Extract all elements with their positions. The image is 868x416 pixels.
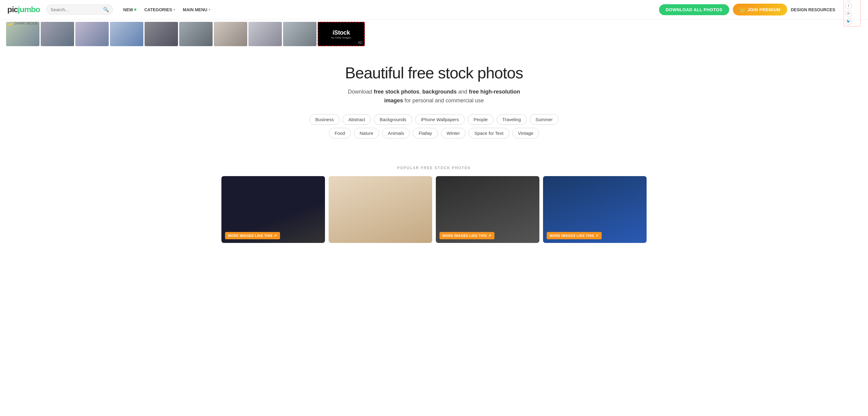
facebook-icon[interactable]: f — [845, 2, 852, 9]
tag-summer[interactable]: Summer — [530, 114, 559, 125]
hero-section: Beautiful free stock photos Download fre… — [0, 49, 868, 163]
popular-label: POPULAR FREE STOCK PHOTOS — [6, 166, 862, 170]
hero-subtitle: Download free stock photos, backgrounds … — [343, 88, 525, 105]
design-resources-link[interactable]: DESIGN RESOURCES — [791, 7, 835, 12]
nav-new[interactable]: NEW — [120, 5, 140, 14]
tag-space-for-text[interactable]: Space for Text — [469, 128, 509, 138]
thumb-7[interactable] — [214, 22, 247, 46]
tag-vintage[interactable]: Vintage — [513, 128, 539, 138]
search-input[interactable] — [51, 7, 102, 12]
hero-title: Beautiful free stock photos — [6, 64, 862, 82]
more-images-badge-3[interactable]: MORE IMAGES LIKE THIS ↗ — [439, 232, 494, 239]
nav-new-label: NEW — [123, 7, 133, 12]
twitter-icon[interactable]: 🐦 — [845, 18, 852, 25]
moon-icon: 🌙 — [7, 21, 12, 26]
photo-card-1[interactable]: MORE IMAGES LIKE THIS ↗ — [221, 176, 325, 243]
search-form: 🔍 — [46, 5, 113, 14]
tag-traveling[interactable]: Traveling — [497, 114, 527, 125]
search-button[interactable]: 🔍 — [102, 7, 110, 12]
header: picjumbo 🔍 NEW CATEGORIES ▾ MAIN MENU ▾ … — [0, 0, 868, 20]
external-link-icon-1: ↗ — [274, 233, 277, 238]
logo-pic: pic — [7, 5, 18, 14]
join-premium-button[interactable]: 👑 JOIN PREMIUM — [733, 4, 787, 15]
istock-ad[interactable]: iStock by Getty Images AD — [318, 22, 365, 46]
nav-main-menu-label: MAIN MENU — [183, 7, 208, 12]
external-link-icon-3: ↗ — [488, 233, 491, 238]
istock-sub: by Getty Images — [331, 36, 351, 39]
tag-business[interactable]: Business — [309, 114, 340, 125]
nav-new-dot — [134, 8, 136, 11]
ad-label: AD — [358, 41, 362, 44]
thumb-4[interactable] — [110, 22, 143, 46]
tags-container: Business Abstract Backgrounds iPhone Wal… — [303, 114, 565, 138]
dark-mode-label: DARK MODE — [14, 21, 38, 26]
thumb-5[interactable] — [145, 22, 178, 46]
join-premium-label: JOIN PREMIUM — [747, 7, 780, 12]
crown-icon: 👑 — [740, 7, 746, 12]
tag-food[interactable]: Food — [329, 128, 351, 138]
nav-categories[interactable]: CATEGORIES ▾ — [141, 5, 178, 14]
main-nav: NEW CATEGORIES ▾ MAIN MENU ▾ — [120, 5, 213, 14]
download-all-button[interactable]: DOWNLOAD ALL PHOTOS — [659, 4, 729, 15]
popular-section: POPULAR FREE STOCK PHOTOS MORE IMAGES LI… — [0, 163, 868, 252]
chevron-down-icon-2: ▾ — [209, 8, 210, 11]
pinterest-icon[interactable]: P — [845, 10, 852, 17]
more-images-label-1: MORE IMAGES LIKE THIS — [228, 234, 272, 237]
thumb-6[interactable] — [179, 22, 213, 46]
photo-card-3[interactable]: MORE IMAGES LIKE THIS ↗ — [436, 176, 539, 243]
photo-card-4[interactable]: MORE IMAGES LIKE THIS ↗ — [543, 176, 647, 243]
thumb-2[interactable] — [41, 22, 74, 46]
design-resources-label: DESIGN RESOURCES — [791, 7, 835, 12]
thumb-3[interactable] — [75, 22, 109, 46]
tag-animals[interactable]: Animals — [382, 128, 410, 138]
more-images-badge-4[interactable]: MORE IMAGES LIKE THIS ↗ — [547, 232, 602, 239]
instagram-icon[interactable]: 📷 — [845, 0, 852, 1]
more-images-label-3: MORE IMAGES LIKE THIS — [442, 234, 487, 237]
more-images-badge-1[interactable]: MORE IMAGES LIKE THIS ↗ — [225, 232, 280, 239]
tag-nature[interactable]: Nature — [354, 128, 379, 138]
tag-flatlay[interactable]: Flatlay — [413, 128, 438, 138]
nav-main-menu[interactable]: MAIN MENU ▾ — [180, 5, 213, 14]
tag-people[interactable]: People — [468, 114, 494, 125]
chevron-down-icon: ▾ — [174, 8, 175, 11]
thumb-1[interactable] — [6, 22, 39, 46]
istock-brand: iStock — [333, 29, 350, 36]
dark-mode-toggle[interactable]: 🌙 DARK MODE — [7, 21, 38, 26]
tag-winter[interactable]: Winter — [441, 128, 466, 138]
tag-backgrounds[interactable]: Backgrounds — [374, 114, 412, 125]
download-all-label: DOWNLOAD ALL PHOTOS — [666, 7, 722, 12]
tag-iphone-wallpapers[interactable]: iPhone Wallpapers — [415, 114, 465, 125]
logo[interactable]: picjumbo — [7, 5, 40, 14]
photo-grid: MORE IMAGES LIKE THIS ↗ MORE IMAGES LIKE… — [221, 176, 647, 243]
more-images-label-4: MORE IMAGES LIKE THIS — [550, 234, 594, 237]
social-icons-group: 📷 f P 🐦 — [844, 0, 861, 26]
nav-categories-label: CATEGORIES — [144, 7, 172, 12]
thumb-9[interactable] — [283, 22, 316, 46]
logo-jumbo: jumbo — [18, 5, 40, 14]
thumb-8[interactable] — [248, 22, 282, 46]
external-link-icon-4: ↗ — [595, 233, 599, 238]
photo-card-2[interactable] — [329, 176, 432, 243]
header-buttons: DOWNLOAD ALL PHOTOS 👑 JOIN PREMIUM DESIG… — [659, 0, 861, 26]
tag-abstract[interactable]: Abstract — [343, 114, 371, 125]
